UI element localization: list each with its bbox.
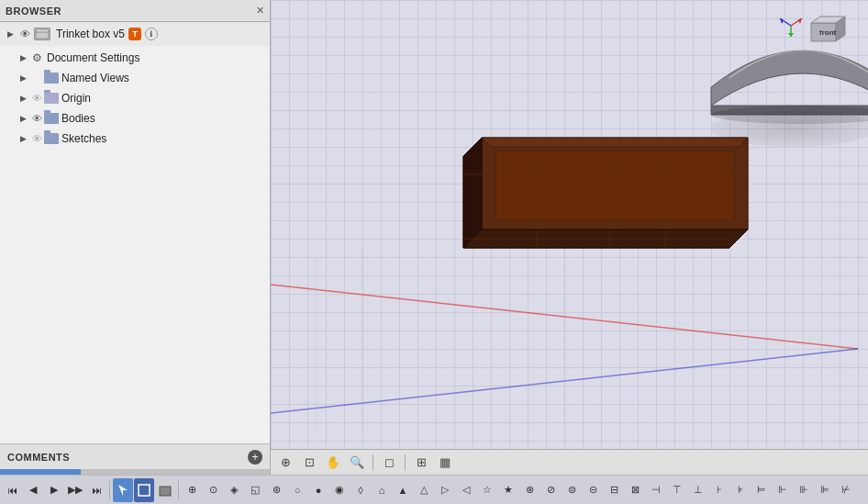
tool-26[interactable]: ⊦ (709, 478, 729, 502)
toolbar-sep-2 (405, 454, 406, 471)
origin-arrow (17, 92, 29, 105)
bodies-label: Bodies (61, 112, 95, 125)
strip-sep-1 (109, 481, 110, 499)
display-mode-button[interactable]: ◻ (378, 453, 400, 473)
tool-19[interactable]: ⊜ (562, 478, 582, 502)
pan-button[interactable]: ✋ (322, 453, 344, 473)
origin-label: Origin (61, 92, 91, 105)
tool-6[interactable]: ○ (287, 478, 307, 502)
browser-header-left: BROWSER (6, 6, 61, 17)
origin-eye-icon[interactable]: 👁 (29, 93, 44, 104)
tool-12[interactable]: △ (414, 478, 434, 502)
view-toolbar: ⊕ ⊡ ✋ 🔍 ◻ ⊞ ▦ (271, 449, 868, 475)
tree-item-origin[interactable]: 👁 Origin (0, 88, 270, 108)
tree-item-named-views[interactable]: Named Views (0, 68, 270, 88)
bodies-arrow (17, 112, 29, 125)
origin-folder-icon (44, 93, 59, 104)
svg-rect-33 (139, 485, 150, 496)
solid-mode-button[interactable] (155, 478, 175, 502)
tree-item-document-settings[interactable]: ⚙ Document Settings (0, 48, 270, 68)
trinket-eye-icon[interactable]: 👁 (20, 28, 30, 39)
trinket-box-icon (34, 28, 50, 40)
tool-15[interactable]: ☆ (477, 478, 497, 502)
tool-3[interactable]: ◈ (224, 478, 244, 502)
tool-9[interactable]: ◊ (351, 478, 371, 502)
tool-21[interactable]: ⊟ (604, 478, 624, 502)
zoom-button[interactable]: 🔍 (346, 453, 368, 473)
tool-27[interactable]: ⊧ (730, 478, 751, 502)
svg-text:front: front (819, 28, 837, 37)
bodies-eye-icon[interactable]: 👁 (29, 113, 44, 124)
tool-24[interactable]: ⊤ (667, 478, 687, 502)
tool-10[interactable]: ⌂ (372, 478, 392, 502)
tool-31[interactable]: ⊫ (815, 478, 835, 502)
icon-strip: ⏮ ◀ ▶ ▶▶ ⏭ ⊕ ⊙ ◈ ◱ ⊛ ○ ● ◉ ◊ ⌂ ▲ △ ▷ ◁ ☆… (0, 475, 868, 504)
tree-item-sketches[interactable]: 👁 Sketches (0, 129, 270, 149)
trinket-arrow-icon (4, 28, 17, 40)
sketches-eye-icon[interactable]: 👁 (29, 133, 44, 144)
comments-bar: COMMENTS + (0, 443, 270, 469)
tool-25[interactable]: ⊥ (688, 478, 708, 502)
sketch-mode-button[interactable] (134, 478, 154, 502)
progress-bar (0, 469, 270, 475)
tool-5[interactable]: ⊛ (266, 478, 286, 502)
sketches-label: Sketches (61, 132, 106, 145)
comments-add-button[interactable]: + (248, 450, 262, 465)
tool-30[interactable]: ⊪ (794, 478, 814, 502)
grid-button[interactable]: ⊞ (410, 453, 432, 473)
tool-2[interactable]: ⊙ (203, 478, 223, 502)
tool-1[interactable]: ⊕ (182, 478, 202, 502)
sketches-folder-icon (44, 133, 59, 144)
next-button[interactable]: ▶▶ (65, 478, 85, 502)
svg-marker-13 (495, 151, 734, 220)
tool-11[interactable]: ▲ (393, 478, 413, 502)
tool-20[interactable]: ⊝ (583, 478, 603, 502)
tool-32[interactable]: ⊬ (836, 478, 856, 502)
main-area: BROWSER ✕ 👁 Trinket box v5 T ℹ (0, 0, 868, 475)
play-button[interactable]: ▶ (44, 478, 64, 502)
rewind-button[interactable]: ⏮ (2, 478, 22, 502)
more-button[interactable]: ▦ (434, 453, 456, 473)
tool-28[interactable]: ⊨ (751, 478, 772, 502)
fit-button[interactable]: ⊡ (298, 453, 320, 473)
tool-4[interactable]: ◱ (245, 478, 265, 502)
strip-sep-2 (178, 481, 179, 499)
tool-13[interactable]: ▷ (435, 478, 455, 502)
nav-cube[interactable]: front (804, 9, 859, 64)
trinket-badge: T (128, 28, 141, 40)
named-views-arrow (17, 72, 29, 84)
progress-fill (0, 469, 81, 475)
orbit-button[interactable]: ⊕ (274, 453, 296, 473)
tool-7[interactable]: ● (308, 478, 328, 502)
select-mode-button[interactable] (113, 478, 133, 502)
svg-marker-14 (463, 138, 482, 248)
svg-rect-1 (36, 29, 49, 32)
tool-29[interactable]: ⊩ (773, 478, 793, 502)
tool-16[interactable]: ★ (498, 478, 518, 502)
comments-label: COMMENTS (7, 452, 70, 463)
tool-18[interactable]: ⊘ (540, 478, 561, 502)
tool-8[interactable]: ◉ (329, 478, 350, 502)
app-container: BROWSER ✕ 👁 Trinket box v5 T ℹ (0, 0, 868, 504)
bodies-folder-icon (44, 113, 59, 124)
trinket-info-icon[interactable]: ℹ (145, 28, 158, 40)
svg-rect-34 (160, 487, 171, 496)
tool-17[interactable]: ⊗ (519, 478, 540, 502)
lid-shadow (711, 110, 868, 147)
doc-settings-label: Document Settings (47, 51, 139, 64)
browser-close-icon[interactable]: ✕ (256, 5, 264, 17)
fastforward-button[interactable]: ⏭ (86, 478, 106, 502)
trinket-box-label: Trinket box v5 (56, 28, 125, 40)
named-views-label: Named Views (61, 72, 129, 84)
sidebar: BROWSER ✕ 👁 Trinket box v5 T ℹ (0, 0, 271, 475)
tool-23[interactable]: ⊣ (646, 478, 666, 502)
viewport[interactable]: front ⊕ ⊡ ✋ 🔍 ◻ (271, 0, 868, 475)
tool-22[interactable]: ⊠ (625, 478, 645, 502)
tree-item-trinket-box[interactable]: 👁 Trinket box v5 T ℹ (0, 22, 270, 46)
toolbar-sep-1 (373, 454, 373, 471)
prev-button[interactable]: ◀ (23, 478, 43, 502)
sketches-arrow (17, 132, 29, 145)
tool-14[interactable]: ◁ (456, 478, 476, 502)
tree-item-bodies[interactable]: 👁 Bodies (0, 108, 270, 129)
axis-indicator (776, 11, 806, 40)
